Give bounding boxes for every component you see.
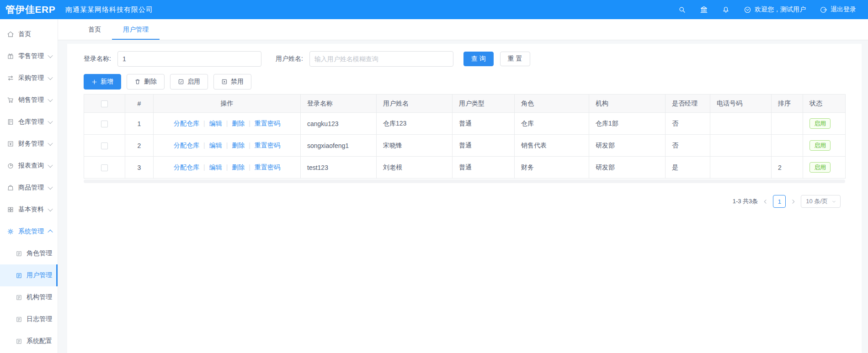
cell-status: 启用 [803,135,846,157]
sidebar-item-label: 首页 [18,30,31,38]
check-square-icon [178,79,184,85]
cell-role: 仓库 [515,113,589,135]
gear-icon [7,228,14,235]
reset-password-link[interactable]: 重置密码 [245,163,280,171]
sidebar-item-log-management[interactable]: 日志管理 [0,308,58,330]
sidebar-item-label: 基本资料 [18,205,44,214]
chevron-down-icon [48,141,53,146]
assign-warehouse-link[interactable]: 分配仓库 [174,163,199,171]
topbar: 管伊佳ERP 南通某某网络科技有限公司 欢迎您，测试用户 退出登录 [0,0,868,19]
sidebar-item-label: 系统管理 [18,227,44,236]
row-checkbox[interactable] [101,142,108,149]
row-checkbox[interactable] [101,121,108,127]
edit-link[interactable]: 编辑 [199,120,222,127]
user-name-input[interactable] [309,51,453,67]
sidebar-item-system-config[interactable]: 系统配置 [0,330,58,352]
tabs-bar: 首页 用户管理 [58,19,868,40]
edit-link[interactable]: 编辑 [199,163,222,171]
cell-org: 研发部 [589,157,666,179]
reset-password-link[interactable]: 重置密码 [245,120,280,127]
assign-warehouse-link[interactable]: 分配仓库 [174,120,199,127]
table-row: 2 分配仓库编辑删除重置密码 songxiaofeng1 宋晓锋 普通 销售代表… [84,135,846,157]
logout-text: 退出登录 [831,5,856,14]
chevron-down-icon [48,206,53,211]
sidebar-item-role-management[interactable]: 角色管理 [0,242,58,264]
cell-type: 普通 [453,157,515,179]
sidebar-item-label: 机构管理 [27,293,52,301]
sidebar-item-home[interactable]: 首页 [0,23,58,45]
login-name-label: 登录名称: [84,55,111,63]
sidebar-item-products[interactable]: 商品管理 [0,177,58,199]
sidebar-item-label: 商品管理 [18,184,44,192]
topbar-actions: 欢迎您，测试用户 退出登录 [678,5,868,14]
current-page-button[interactable]: 1 [773,195,786,208]
cell-status: 启用 [803,157,846,179]
cell-index: 2 [125,135,154,157]
cell-status: 启用 [803,113,846,135]
status-badge: 启用 [809,162,831,173]
cell-login: test123 [301,157,377,179]
cell-type: 普通 [453,135,515,157]
sidebar-item-label: 角色管理 [27,249,52,258]
chevron-down-icon [48,163,53,168]
page-size-select[interactable]: 10 条/页 [801,195,841,208]
delete-link[interactable]: 删除 [222,120,245,127]
user-menu[interactable]: 欢迎您，测试用户 [744,5,806,14]
sidebar-item-sales[interactable]: 销售管理 [0,89,58,111]
trash-icon [134,79,141,85]
search-icon[interactable] [678,5,686,14]
login-name-input[interactable] [117,51,261,67]
table-row: 1 分配仓库编辑删除重置密码 cangku123 仓库123 普通 仓库 仓库1… [84,113,846,135]
col-sort: 排序 [772,95,803,113]
content-card: 登录名称: 用户姓名: 查 询 重 置 新增 删除 [67,44,862,353]
bell-icon[interactable] [722,5,730,14]
finance-box-icon [7,140,14,148]
sidebar-item-system[interactable]: 系统管理 [0,221,58,242]
pagination: 1-3 共3条 1 10 条/页 [84,195,845,208]
assign-warehouse-link[interactable]: 分配仓库 [174,142,199,149]
add-button[interactable]: 新增 [84,74,121,90]
delete-link[interactable]: 删除 [222,142,245,149]
col-actions: 操作 [154,95,301,113]
chevron-down-icon [48,97,53,102]
delete-button[interactable]: 删除 [127,74,165,90]
sidebar-item-label: 零售管理 [18,52,44,60]
sidebar-item-label: 日志管理 [27,315,52,323]
chevron-circle-down-icon [744,6,751,14]
row-checkbox[interactable] [101,164,108,171]
cell-type: 普通 [453,113,515,135]
col-user-type: 用户类型 [453,95,515,113]
sidebar-item-retail[interactable]: 零售管理 [0,45,58,67]
horizontal-scrollbar-track[interactable] [84,179,845,183]
cell-role: 财务 [515,157,589,179]
sidebar-item-user-management[interactable]: 用户管理 [0,264,58,286]
users-table: # 操作 登录名称 用户姓名 用户类型 角色 机构 是否经理 电话号码 排序 状… [84,94,846,179]
edit-link[interactable]: 编辑 [199,142,222,149]
delete-link[interactable]: 删除 [222,163,245,171]
sidebar-item-purchase[interactable]: 采购管理 [0,67,58,89]
prev-page-button[interactable] [762,199,768,205]
reset-button[interactable]: 重 置 [500,52,530,66]
sidebar-item-warehouse[interactable]: 仓库管理 [0,111,58,133]
sidebar-item-basic-data[interactable]: 基本资料 [0,199,58,221]
cell-actions: 分配仓库编辑删除重置密码 [154,113,301,135]
reset-password-link[interactable]: 重置密码 [245,142,280,149]
search-button[interactable]: 查 询 [463,52,494,66]
chevron-down-icon [48,53,53,58]
disable-button[interactable]: 禁用 [213,74,251,90]
tab-home[interactable]: 首页 [77,19,112,40]
logout-button[interactable]: 退出登录 [820,5,856,14]
select-all-checkbox[interactable] [101,100,108,107]
next-page-button[interactable] [790,199,796,205]
chevron-up-icon [48,230,53,235]
bank-building-icon[interactable] [700,5,708,14]
action-toolbar: 新增 删除 启用 禁用 [84,74,845,90]
sidebar-item-finance[interactable]: 财务管理 [0,133,58,155]
cell-org: 研发部 [589,135,666,157]
tab-user-management[interactable]: 用户管理 [112,19,160,40]
sidebar-item-reports[interactable]: 报表查询 [0,155,58,177]
sidebar-item-org-management[interactable]: 机构管理 [0,286,58,308]
enable-button[interactable]: 启用 [170,74,208,90]
cell-login: songxiaofeng1 [301,135,377,157]
col-is-manager: 是否经理 [666,95,710,113]
